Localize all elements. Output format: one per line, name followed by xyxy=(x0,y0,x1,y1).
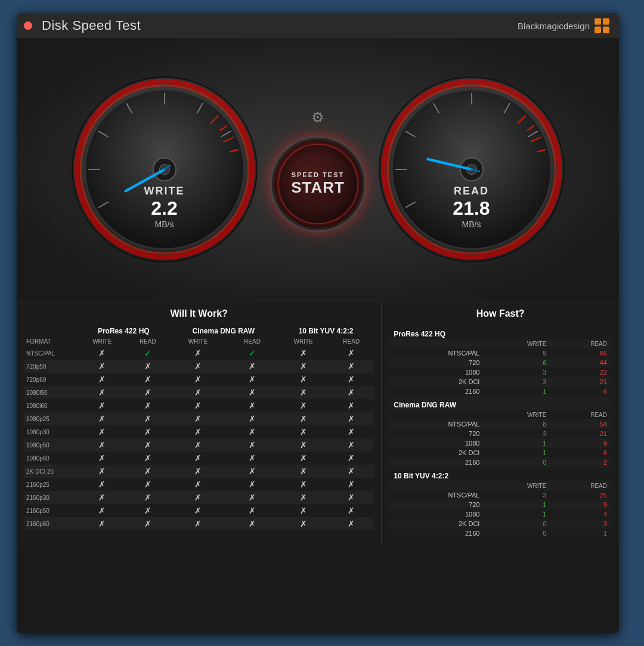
work-cell: ✗ xyxy=(169,373,227,386)
read-value: 21.8 xyxy=(453,197,490,220)
fast-format-cell: 1080 xyxy=(389,438,484,448)
brand-name: Blackmagicdesign xyxy=(518,21,590,31)
fast-write-cell: 0 xyxy=(484,528,551,538)
write-unit: MB/s xyxy=(144,220,185,229)
work-cell: ✗ xyxy=(278,465,329,478)
fast-format-cell: 720 xyxy=(389,358,484,367)
fast-read-cell: 25 xyxy=(551,490,612,500)
work-cell: ✗ xyxy=(227,412,278,425)
fast-format-cell: 720 xyxy=(389,500,484,509)
work-cell: ✗ xyxy=(227,399,278,412)
work-cell: ✗ xyxy=(227,478,278,491)
cinema-read-header: READ xyxy=(227,336,278,347)
fast-read-cell: 54 xyxy=(551,419,612,429)
gear-icon[interactable]: ⚙ xyxy=(311,109,324,126)
work-cell: ✗ xyxy=(78,412,126,425)
work-cell: ✗ xyxy=(169,347,227,360)
read-label: READ xyxy=(454,185,489,197)
fast-sub-header-row: WRITEREAD xyxy=(389,339,612,348)
work-cell: 1080p25 xyxy=(24,412,78,425)
work-cell: ✗ xyxy=(278,360,329,373)
work-cell: 1080i50 xyxy=(24,386,78,399)
work-table-row: 1080p60✗✗✗✗✗✗ xyxy=(24,452,374,465)
fast-table-row: 1080322 xyxy=(389,367,612,377)
fast-read-cell: 6 xyxy=(551,448,612,458)
col-format-header xyxy=(24,325,78,336)
will-it-work-panel: Will It Work? ProRes 422 HQ Cinema DNG R… xyxy=(17,301,382,545)
fast-table-row: NTSC/PAL325 xyxy=(389,490,612,500)
work-cell: 1080p50 xyxy=(24,438,78,452)
write-gauge-info: WRITE 2.2 MB/s xyxy=(144,185,185,229)
fast-table-row: 720644 xyxy=(389,358,612,367)
fast-read-cell: 2 xyxy=(551,458,612,467)
read-gauge: READ 21.8 MB/s xyxy=(376,74,567,265)
fast-write-cell: 8 xyxy=(484,419,551,429)
work-table-row: 1080p25✗✗✗✗✗✗ xyxy=(24,412,374,425)
fast-col-header xyxy=(389,410,484,419)
gauge-container: WRITE 2.2 MB/s ⚙ SPEED TEST START xyxy=(35,74,601,265)
work-cell: ✗ xyxy=(169,425,227,438)
work-cell: 720p50 xyxy=(24,360,78,373)
fast-write-cell: 9 xyxy=(484,348,551,358)
work-cell: ✗ xyxy=(78,386,126,399)
bit10-header: 10 Bit YUV 4:2:2 xyxy=(278,325,374,336)
fast-write-cell: 1 xyxy=(484,509,551,519)
work-cell: ✗ xyxy=(169,399,227,412)
start-label-main: START xyxy=(291,178,345,197)
work-cell: ✗ xyxy=(78,465,126,478)
work-cell: ✗ xyxy=(78,452,126,465)
fast-group-header: 10 Bit YUV 4:2:2 xyxy=(389,467,612,481)
work-cell: ✗ xyxy=(329,491,374,504)
work-cell: 1080p60 xyxy=(24,452,78,465)
work-cell: ✗ xyxy=(329,386,374,399)
fast-table-row: 108019 xyxy=(389,438,612,448)
work-cell: ✗ xyxy=(126,517,169,530)
app-title: Disk Speed Test xyxy=(42,18,141,33)
app-window: Disk Speed Test Blackmagicdesign xyxy=(17,13,619,633)
fast-table-row: NTSC/PAL854 xyxy=(389,419,612,429)
work-table-row: NTSC/PAL✗✓✗✓✗✗ xyxy=(24,347,374,360)
work-cell: ✗ xyxy=(227,452,278,465)
work-cell: 2160p50 xyxy=(24,504,78,517)
fast-table-row: 216002 xyxy=(389,458,612,467)
work-cell: ✗ xyxy=(126,478,169,491)
work-table-body: NTSC/PAL✗✓✗✓✗✗720p50✗✗✗✗✗✗720p60✗✗✗✗✗✗10… xyxy=(24,347,374,530)
work-cell: ✗ xyxy=(78,425,126,438)
start-button-container: ⚙ SPEED TEST START xyxy=(272,109,364,230)
work-cell: 1080p30 xyxy=(24,425,78,438)
work-table-row: 2K DCI 25✗✗✗✗✗✗ xyxy=(24,465,374,478)
fast-table-row: 216001 xyxy=(389,528,612,538)
prores-read-header: READ xyxy=(126,336,169,347)
fast-read-cell: 9 xyxy=(551,438,612,448)
fast-group-header-row: Cinema DNG RAW xyxy=(389,396,612,410)
work-cell: ✗ xyxy=(227,360,278,373)
close-button[interactable] xyxy=(24,21,32,30)
work-cell: ✗ xyxy=(227,425,278,438)
fast-read-cell: 1 xyxy=(551,528,612,538)
fast-write-cell: 1 xyxy=(484,448,551,458)
fast-format-cell: NTSC/PAL xyxy=(389,419,484,429)
work-cell: ✗ xyxy=(78,347,126,360)
work-cell: ✗ xyxy=(278,373,329,386)
fast-table-row: 2K DCI321 xyxy=(389,377,612,387)
work-cell: ✗ xyxy=(78,478,126,491)
fast-group-header-row: 10 Bit YUV 4:2:2 xyxy=(389,467,612,481)
brand-logo: Blackmagicdesign xyxy=(518,18,609,33)
start-button[interactable]: SPEED TEST START xyxy=(272,138,364,230)
work-cell: ✗ xyxy=(126,399,169,412)
fast-col-header xyxy=(389,339,484,348)
work-cell: ✗ xyxy=(169,386,227,399)
work-cell: ✗ xyxy=(278,438,329,452)
fast-write-cell: 3 xyxy=(484,490,551,500)
fast-sub-header-row: WRITEREAD xyxy=(389,481,612,490)
fast-table-row: 108014 xyxy=(389,509,612,519)
fast-table-row: 2K DCI03 xyxy=(389,519,612,528)
fast-format-cell: 720 xyxy=(389,429,484,438)
work-table-row: 2160p60✗✗✗✗✗✗ xyxy=(24,517,374,530)
fast-format-cell: 2160 xyxy=(389,387,484,396)
fast-format-cell: 2K DCI xyxy=(389,448,484,458)
fast-group-header-row: ProRes 422 HQ xyxy=(389,325,612,339)
work-cell: 720p60 xyxy=(24,373,78,386)
work-table-row: 720p60✗✗✗✗✗✗ xyxy=(24,373,374,386)
fast-write-cell: 1 xyxy=(484,500,551,509)
